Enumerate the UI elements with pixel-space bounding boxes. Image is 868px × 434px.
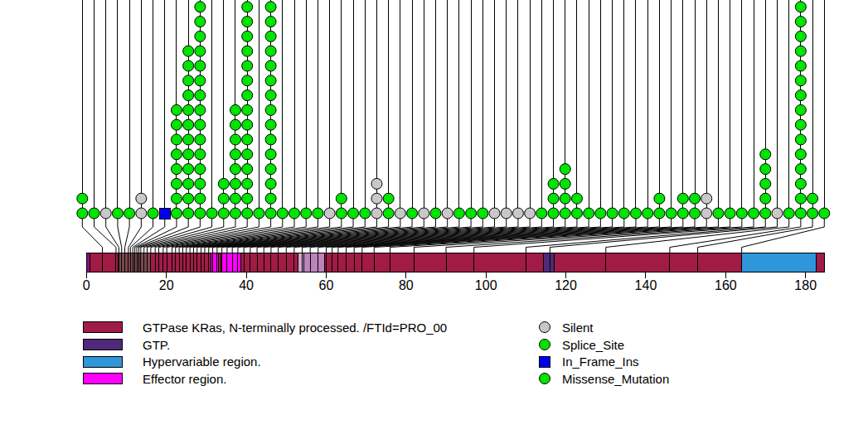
- mutation-marker: [195, 119, 206, 130]
- mutation-marker: [666, 208, 676, 219]
- legend-item: Hypervariable region.: [83, 353, 447, 370]
- legend-item: In_Frame_Ins: [539, 353, 669, 370]
- mutation-marker: [713, 208, 724, 219]
- mutation-marker: [206, 208, 217, 219]
- connector-line: [118, 219, 122, 253]
- mutation-marker: [512, 208, 523, 219]
- mutation-marker: [607, 208, 618, 219]
- mutation-marker: [795, 31, 806, 41]
- mutation-marker: [371, 178, 382, 189]
- mutation-marker: [560, 164, 570, 175]
- mutation-marker-square: [159, 208, 170, 219]
- mutation-marker: [265, 149, 276, 160]
- axis-tick-label: 140: [635, 278, 657, 292]
- mutation-marker: [348, 208, 359, 219]
- mutation-marker: [265, 60, 276, 71]
- mutation-marker: [230, 134, 240, 145]
- mutation-marker: [183, 60, 194, 71]
- mutation-marker: [560, 208, 570, 219]
- domain-swatch: [83, 339, 123, 350]
- mutation-marker: [571, 193, 582, 204]
- connector-line: [82, 219, 102, 253]
- mutation-marker: [183, 75, 194, 86]
- mutation-marker: [242, 104, 253, 115]
- mutation-marker: [218, 193, 229, 204]
- mutation-marker: [760, 164, 771, 175]
- mutation-marker: [195, 134, 206, 145]
- mutation-marker: [171, 104, 182, 115]
- mutation-marker: [183, 134, 194, 145]
- mutation-marker: [183, 90, 194, 101]
- splice-site-marker-icon: [539, 339, 550, 350]
- mutation-marker: [371, 193, 382, 204]
- mutation-marker: [677, 193, 688, 204]
- mutation-marker: [242, 31, 253, 41]
- mutation-marker: [265, 90, 276, 101]
- mutation-marker: [807, 193, 818, 204]
- mutation-marker: [383, 193, 394, 204]
- connector-line: [130, 219, 153, 253]
- mutation-marker: [618, 208, 629, 219]
- mutation-marker: [230, 208, 240, 219]
- mutation-marker: [195, 31, 206, 41]
- domain-segment: [742, 253, 817, 272]
- domain-swatch: [83, 373, 123, 384]
- mutation-marker: [360, 208, 371, 219]
- mutation-marker: [690, 208, 701, 219]
- mutation-marker: [336, 208, 347, 219]
- connector-line: [95, 219, 116, 253]
- axis-tick-label: 40: [239, 278, 254, 292]
- mutation-marker: [195, 46, 206, 56]
- mutation-marker: [795, 149, 806, 160]
- mutation-marker: [525, 208, 536, 219]
- mutation-marker: [395, 208, 405, 219]
- mutation-marker: [701, 193, 712, 204]
- mutation-marker: [324, 208, 335, 219]
- mutation-marker: [536, 208, 547, 219]
- mutation-marker: [112, 208, 123, 219]
- mutation-marker: [701, 208, 712, 219]
- mutation-marker: [195, 60, 206, 71]
- legend-item: Effector region.: [83, 370, 447, 388]
- mutation-marker: [242, 193, 253, 204]
- mutation-marker: [690, 193, 701, 204]
- mutation-marker: [242, 178, 253, 189]
- mutation-marker: [265, 31, 276, 41]
- mutation-marker: [442, 208, 453, 219]
- silent-marker-icon: [539, 321, 550, 333]
- mutation-marker: [807, 208, 818, 219]
- mutation-marker: [265, 178, 276, 189]
- mutation-marker: [795, 178, 806, 189]
- protein-domain-legend: GTPase KRas, N-terminally processed. /FT…: [83, 319, 447, 388]
- mutation-marker: [195, 193, 206, 204]
- mutation-marker: [136, 208, 147, 219]
- mutation-marker: [466, 208, 477, 219]
- mutation-marker: [795, 46, 806, 56]
- mutation-marker: [571, 208, 582, 219]
- mutation-marker: [795, 134, 806, 145]
- mutation-marker: [183, 208, 194, 219]
- mutation-marker: [301, 208, 312, 219]
- legend-item: Splice_Site: [539, 336, 669, 354]
- mutation-marker: [654, 208, 665, 219]
- mutation-marker: [195, 104, 206, 115]
- mutation-marker: [760, 208, 771, 219]
- mutation-marker: [171, 119, 182, 130]
- mutation-marker: [124, 208, 135, 219]
- axis-tick-label: 60: [319, 278, 334, 292]
- mutation-marker: [265, 164, 276, 175]
- mutation-marker: [489, 208, 500, 219]
- legend-item: GTP.: [83, 336, 447, 354]
- mutation-marker: [419, 208, 429, 219]
- mutation-marker: [171, 208, 182, 219]
- mutation-marker: [230, 119, 240, 130]
- legend-label: Splice_Site: [562, 339, 624, 351]
- legend-label: In_Frame_Ins: [562, 355, 639, 368]
- mutation-marker: [230, 193, 240, 204]
- mutation-marker: [230, 149, 240, 160]
- domain-segment: [86, 253, 90, 272]
- mutation-marker: [795, 119, 806, 130]
- mutation-marker: [242, 46, 253, 56]
- mutation-marker: [783, 208, 794, 219]
- mutation-marker: [183, 193, 194, 204]
